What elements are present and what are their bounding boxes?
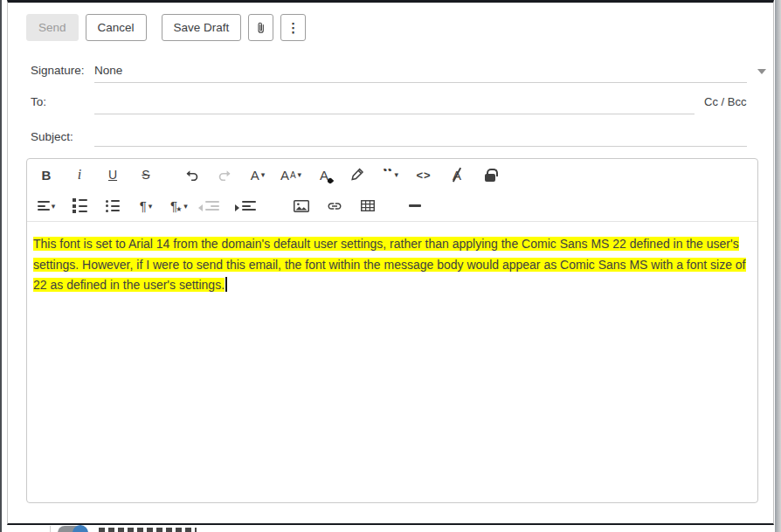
background-divider-fragment <box>50 526 51 532</box>
color-droplet-icon <box>327 177 334 184</box>
insert-image-button[interactable] <box>289 194 314 218</box>
indent-icon <box>236 201 256 211</box>
insert-table-button[interactable] <box>356 194 380 218</box>
highlight-button[interactable] <box>345 162 370 187</box>
font-size-button[interactable]: AA▾ <box>279 162 303 187</box>
font-family-button[interactable]: A▾ <box>245 162 270 187</box>
redo-icon <box>218 169 232 181</box>
compose-screen: Send Cancel Save Draft ⋮ Signature: None… <box>0 0 781 532</box>
indent-button[interactable] <box>233 194 258 218</box>
star-icon: ★ <box>176 205 182 213</box>
signature-label: Signature: <box>31 64 85 77</box>
message-editor: B i U S <box>26 158 758 503</box>
clear-format-button[interactable]: A <box>445 162 469 187</box>
subject-underline <box>94 146 747 147</box>
caret-down-icon: ▾ <box>149 202 153 211</box>
window-edge-shading <box>775 0 781 532</box>
highlighted-text: This font is set to Arial 14 from the do… <box>33 237 746 292</box>
background-toggle-fragment <box>56 525 93 532</box>
caret-down-icon: ▾ <box>183 202 188 211</box>
bullet-list-button[interactable] <box>100 194 125 218</box>
link-icon <box>327 198 342 214</box>
compose-dialog: Send Cancel Save Draft ⋮ Signature: None… <box>7 0 774 525</box>
strikethrough-button[interactable]: S <box>134 162 158 187</box>
font-color-button[interactable]: A <box>312 162 336 187</box>
caret-down-icon: ▾ <box>261 170 266 179</box>
blockquote-button[interactable]: “▾ <box>378 162 403 187</box>
attach-file-button[interactable] <box>248 14 273 41</box>
undo-icon <box>184 169 199 181</box>
subject-label: Subject: <box>31 130 73 143</box>
code-icon: <> <box>416 169 431 182</box>
align-icon <box>38 201 50 211</box>
kebab-icon: ⋮ <box>287 20 300 36</box>
code-button[interactable]: <> <box>411 162 436 187</box>
page-left-edge <box>0 0 2 532</box>
strikethrough-icon: S <box>142 168 149 182</box>
message-body[interactable]: This font is set to Arial 14 from the do… <box>27 222 757 296</box>
background-text-fragment <box>99 528 197 532</box>
ordered-list-button[interactable] <box>67 194 92 218</box>
to-label: To: <box>31 95 46 108</box>
lock-button[interactable] <box>478 162 502 187</box>
caret-down-icon: ▾ <box>52 202 56 211</box>
ordered-list-icon <box>73 198 87 213</box>
caret-down-icon: ▾ <box>395 170 399 179</box>
italic-icon: i <box>78 167 81 183</box>
image-icon <box>294 200 309 212</box>
to-underline <box>94 114 695 114</box>
to-input[interactable] <box>94 93 694 110</box>
font-size-small-icon: A <box>290 170 296 180</box>
highlighter-icon <box>350 168 364 182</box>
more-options-button[interactable]: ⋮ <box>280 14 306 41</box>
compose-action-bar: Send Cancel Save Draft ⋮ <box>26 14 306 41</box>
signature-underline <box>94 82 747 83</box>
paragraph-style-button[interactable]: ¶▾ <box>134 194 158 218</box>
caret-down-icon: ▾ <box>298 170 302 179</box>
lock-icon <box>485 174 495 182</box>
chevron-down-icon[interactable] <box>757 69 766 74</box>
paragraph-star-button[interactable]: ¶★▾ <box>167 194 191 218</box>
text-cursor <box>225 277 227 292</box>
bullet-list-icon <box>106 200 120 212</box>
paragraph-icon: ¶ <box>140 198 147 213</box>
outdent-button[interactable] <box>200 194 225 218</box>
editor-toolbar-row2: ▾ ¶▾ <box>27 190 757 222</box>
undo-button[interactable] <box>179 162 204 187</box>
align-button[interactable]: ▾ <box>34 194 59 218</box>
signature-select-value[interactable]: None <box>94 64 122 77</box>
quote-icon: “ <box>383 169 393 181</box>
underline-button[interactable]: U <box>100 162 125 187</box>
font-family-icon: A <box>251 168 259 183</box>
bold-button[interactable]: B <box>34 162 59 187</box>
font-size-icon: A <box>280 168 289 183</box>
horizontal-rule-button[interactable] <box>403 194 427 218</box>
paperclip-icon <box>254 20 267 36</box>
save-draft-button[interactable]: Save Draft <box>162 14 242 41</box>
editor-toolbar-row1: B i U S <box>27 159 757 190</box>
send-button[interactable]: Send <box>26 14 79 41</box>
subject-input[interactable] <box>94 128 741 145</box>
cancel-button[interactable]: Cancel <box>86 14 147 41</box>
cc-bcc-toggle[interactable]: Cc / Bcc <box>704 95 746 108</box>
underline-icon: U <box>108 168 117 182</box>
outdent-icon <box>205 201 219 211</box>
italic-button[interactable]: i <box>67 162 92 187</box>
insert-link-button[interactable] <box>322 194 347 218</box>
bold-icon: B <box>42 168 52 183</box>
toggle-knob <box>73 525 88 532</box>
table-icon <box>361 200 375 211</box>
redo-button[interactable] <box>212 162 237 187</box>
horizontal-rule-icon <box>409 204 421 207</box>
